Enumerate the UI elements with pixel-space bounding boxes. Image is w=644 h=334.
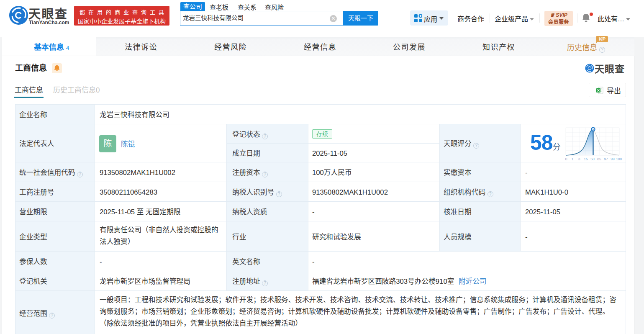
svg-text:99: 99 <box>611 157 615 161</box>
svg-text:85: 85 <box>597 157 601 161</box>
svg-text:100: 100 <box>616 157 622 161</box>
svg-text:3: 3 <box>578 157 580 161</box>
svg-text:0: 0 <box>565 157 567 161</box>
svg-text:1: 1 <box>572 157 574 161</box>
svg-text:97: 97 <box>604 157 608 161</box>
svg-text:50: 50 <box>590 157 595 161</box>
svg-text:15: 15 <box>584 157 588 161</box>
